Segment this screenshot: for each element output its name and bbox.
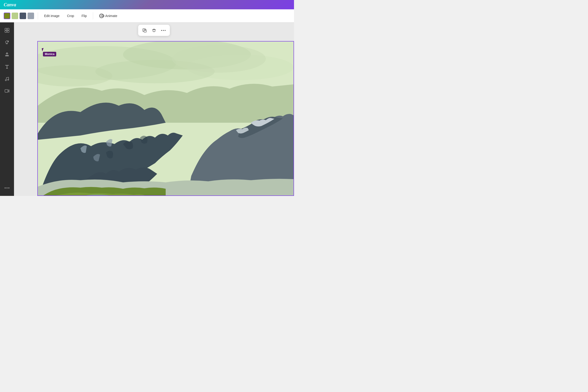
more-options-button[interactable] <box>159 26 168 34</box>
sidebar-item-video[interactable] <box>2 86 12 96</box>
color-swatch-lightgreen[interactable] <box>12 12 18 19</box>
header-bar: Canva <box>0 0 294 9</box>
color-swatch-lightgray[interactable] <box>28 12 34 19</box>
animate-icon <box>99 14 104 18</box>
svg-point-6 <box>8 41 9 42</box>
toolbar: Edit image Crop Flip Animate <box>0 9 294 22</box>
svg-point-0 <box>100 14 103 17</box>
canvas-area[interactable]: Monica <box>14 22 294 196</box>
edit-image-button[interactable]: Edit image <box>42 12 62 19</box>
sidebar-item-elements[interactable] <box>2 25 12 36</box>
svg-rect-2 <box>5 28 7 30</box>
svg-point-1 <box>102 15 104 16</box>
sidebar-item-apps[interactable] <box>2 37 12 48</box>
svg-point-10 <box>5 188 6 188</box>
svg-point-7 <box>5 80 7 81</box>
svg-point-23 <box>172 45 266 73</box>
user-cursor: Monica <box>42 48 56 56</box>
copy-button[interactable] <box>141 26 149 34</box>
flip-label: Flip <box>82 14 87 18</box>
sidebar-item-more[interactable] <box>2 183 12 193</box>
crop-button[interactable]: Crop <box>65 12 76 19</box>
color-swatch-darkgray[interactable] <box>20 12 26 19</box>
edit-image-label: Edit image <box>44 14 60 18</box>
svg-point-15 <box>163 30 164 31</box>
svg-rect-9 <box>5 90 8 92</box>
svg-point-14 <box>161 30 162 31</box>
svg-point-12 <box>9 188 9 188</box>
svg-point-11 <box>7 188 8 188</box>
color-swatch-olive[interactable] <box>4 12 10 19</box>
svg-point-16 <box>165 30 166 31</box>
sidebar-item-uploads[interactable] <box>2 50 12 60</box>
animate-label: Animate <box>105 14 117 18</box>
svg-rect-4 <box>5 30 7 32</box>
animate-button[interactable]: Animate <box>97 12 120 20</box>
color-swatches <box>4 12 34 19</box>
svg-rect-3 <box>7 28 9 30</box>
sidebar-item-music[interactable] <box>2 74 12 84</box>
sidebar <box>0 22 14 196</box>
flip-button[interactable]: Flip <box>79 12 89 19</box>
mountain-illustration <box>38 42 294 196</box>
user-label: Monica <box>43 52 56 56</box>
toolbar-divider-2 <box>93 12 93 19</box>
toolbar-divider <box>38 12 38 19</box>
svg-rect-5 <box>7 30 9 32</box>
crop-label: Crop <box>67 14 74 18</box>
cursor-arrow <box>42 48 45 52</box>
canva-logo: Canva <box>4 2 16 8</box>
sidebar-item-text[interactable] <box>2 62 12 72</box>
canvas-container[interactable]: Monica <box>37 41 294 196</box>
floating-action-bar <box>138 25 170 36</box>
svg-point-8 <box>8 79 9 80</box>
delete-button[interactable] <box>150 26 158 34</box>
main-area: Monica <box>0 22 294 196</box>
